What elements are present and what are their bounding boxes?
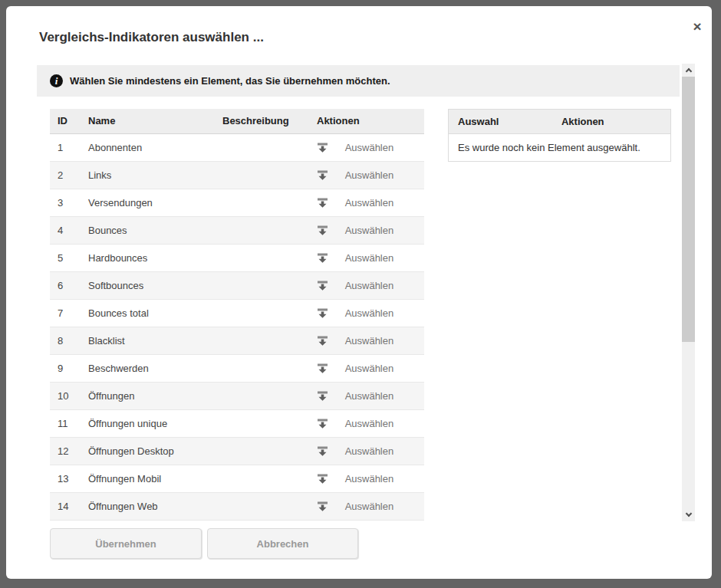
indicator-description [215,382,309,409]
indicator-name: Öffnungen Mobil [81,465,215,492]
selection-table-header-row: Auswahl Aktionen [449,110,671,134]
indicator-description [215,437,309,465]
indicator-name: Bounces total [81,299,215,327]
select-link[interactable]: Auswählen [345,252,394,264]
selection-table: Auswahl Aktionen Es wurde noch kein Elem… [448,109,671,162]
indicator-name: Versendungen [81,189,215,216]
indicator-id: 6 [50,271,81,299]
arrow-down-from-bar-icon[interactable] [317,390,328,402]
column-header-actions: Aktionen [309,109,424,133]
info-message: Wählen Sie mindestens ein Element, das S… [70,75,390,87]
indicator-description [215,161,309,189]
indicator-name: Bounces [81,216,215,244]
cancel-button[interactable]: Abbrechen [207,528,358,559]
dialog-title: Vergleichs-Indikatoren auswählen ... [39,30,264,45]
arrow-down-from-bar-icon[interactable] [317,473,328,485]
indicator-name: Softbounces [81,271,215,299]
indicator-description [215,244,309,271]
scrollbar-thumb[interactable] [682,77,695,342]
select-link[interactable]: Auswählen [345,335,394,347]
modal-backdrop: Vergleichs-Indikatoren auswählen ... × i… [0,0,721,588]
indicator-description [215,299,309,327]
info-icon: i [50,74,63,87]
indicator-id: 13 [50,465,81,492]
select-link[interactable]: Auswählen [345,197,394,209]
indicator-id: 12 [50,437,81,465]
indicator-row: 5 Hardbounces Auswählen [50,244,424,271]
scrollbar[interactable] [682,64,695,521]
arrow-down-from-bar-icon[interactable] [317,501,328,512]
indicator-id: 8 [50,327,81,354]
chevron-down-icon [685,511,691,517]
indicator-row: 6 Softbounces Auswählen [50,271,424,299]
select-link[interactable]: Auswählen [345,473,394,485]
arrow-down-from-bar-icon[interactable] [317,280,328,291]
indicator-description [215,327,309,354]
select-link[interactable]: Auswählen [345,390,394,402]
indicators-table-header-row: ID Name Beschreibung Aktionen [50,109,424,133]
indicator-description [215,189,309,216]
indicators-table: ID Name Beschreibung Aktionen 1 Abonnent… [50,109,424,521]
indicator-description [215,271,309,299]
indicator-name: Hardbounces [81,244,215,271]
arrow-down-from-bar-icon[interactable] [317,225,328,236]
indicator-description [215,133,309,161]
select-link[interactable]: Auswählen [345,225,394,236]
select-link[interactable]: Auswählen [345,280,394,291]
select-link[interactable]: Auswählen [345,363,394,374]
arrow-down-from-bar-icon[interactable] [317,445,328,457]
indicator-row: 4 Bounces Auswählen [50,216,424,244]
apply-button[interactable]: Übernehmen [50,528,202,559]
chevron-up-icon [685,68,691,74]
dialog: Vergleichs-Indikatoren auswählen ... × i… [6,6,712,579]
select-link[interactable]: Auswählen [345,418,394,429]
column-header-name: Name [81,109,215,133]
indicator-row: 3 Versendungen Auswählen [50,189,424,216]
select-link[interactable]: Auswählen [345,445,394,457]
select-link[interactable]: Auswählen [345,307,394,319]
indicator-id: 5 [50,244,81,271]
indicator-row: 2 Links Auswählen [50,161,424,189]
indicator-row: 14 Öffnungen Web Auswählen [50,492,424,520]
indicator-description [215,465,309,492]
arrow-down-from-bar-icon[interactable] [317,169,328,181]
arrow-down-from-bar-icon[interactable] [317,418,328,429]
indicator-id: 10 [50,382,81,409]
indicator-name: Links [81,161,215,189]
arrow-down-from-bar-icon[interactable] [317,307,328,319]
arrow-down-from-bar-icon[interactable] [317,363,328,374]
scroll-up-button[interactable] [682,64,695,77]
arrow-down-from-bar-icon[interactable] [317,252,328,264]
indicator-row: 13 Öffnungen Mobil Auswählen [50,465,424,492]
indicator-description [215,216,309,244]
indicator-id: 9 [50,354,81,382]
column-header-selection: Auswahl [449,110,552,134]
indicator-row: 7 Bounces total Auswählen [50,299,424,327]
indicator-id: 7 [50,299,81,327]
select-link[interactable]: Auswählen [345,169,394,181]
scroll-down-button[interactable] [682,508,695,521]
arrow-down-from-bar-icon[interactable] [317,197,328,209]
indicator-description [215,354,309,382]
info-banner: i Wählen Sie mindestens ein Element, das… [37,65,680,97]
column-header-selection-actions: Aktionen [552,110,671,134]
indicator-id: 4 [50,216,81,244]
close-icon[interactable]: × [687,17,707,37]
indicator-row: 9 Beschwerden Auswählen [50,354,424,382]
indicator-description [215,492,309,520]
select-link[interactable]: Auswählen [345,142,394,153]
indicator-id: 1 [50,133,81,161]
selection-empty-message: Es wurde noch kein Element ausgewählt. [449,134,671,162]
indicator-name: Öffnungen Desktop [81,437,215,465]
select-link[interactable]: Auswählen [345,501,394,512]
indicator-name: Öffnungen unique [81,409,215,437]
arrow-down-from-bar-icon[interactable] [317,142,328,153]
indicator-row: 12 Öffnungen Desktop Auswählen [50,437,424,465]
indicator-name: Blacklist [81,327,215,354]
arrow-down-from-bar-icon[interactable] [317,335,328,347]
indicator-name: Öffnungen Web [81,492,215,520]
indicator-row: 8 Blacklist Auswählen [50,327,424,354]
column-header-id: ID [50,109,81,133]
indicator-row: 11 Öffnungen unique Auswählen [50,409,424,437]
indicator-name: Öffnungen [81,382,215,409]
